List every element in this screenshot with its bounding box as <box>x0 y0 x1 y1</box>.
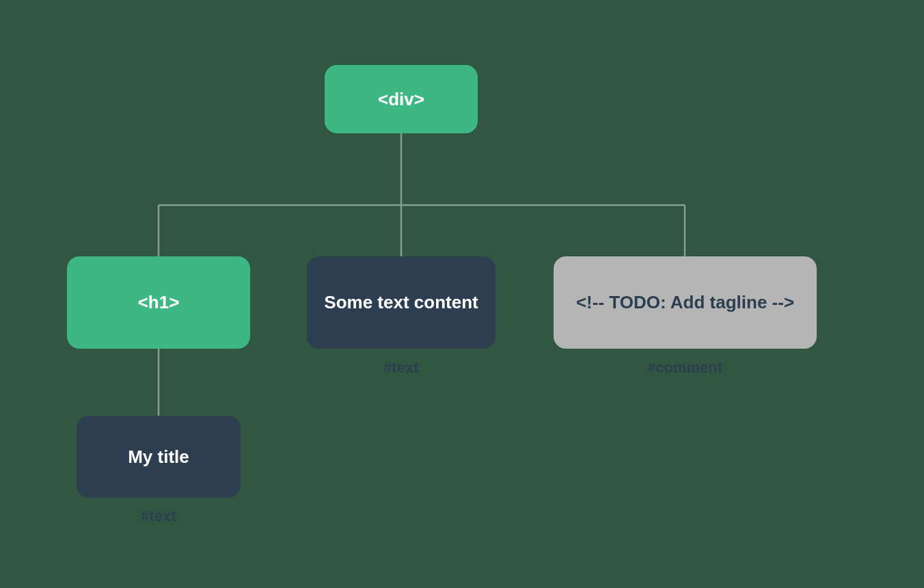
node-text-content: Some text content <box>307 256 495 349</box>
caption-my-title: #text <box>70 507 247 525</box>
node-comment-label: <!-- TODO: Add tagline --> <box>576 291 794 314</box>
node-div: <div> <box>325 65 478 133</box>
node-h1: <h1> <box>67 256 250 349</box>
node-h1-label: <h1> <box>138 291 180 314</box>
node-text-content-label: Some text content <box>324 291 478 314</box>
caption-text-content: #text <box>312 359 490 377</box>
node-my-title-label: My title <box>128 446 189 468</box>
node-div-label: <div> <box>378 88 424 111</box>
caption-comment: #comment <box>596 359 774 377</box>
node-my-title: My title <box>77 416 241 498</box>
node-comment: <!-- TODO: Add tagline --> <box>554 256 817 349</box>
